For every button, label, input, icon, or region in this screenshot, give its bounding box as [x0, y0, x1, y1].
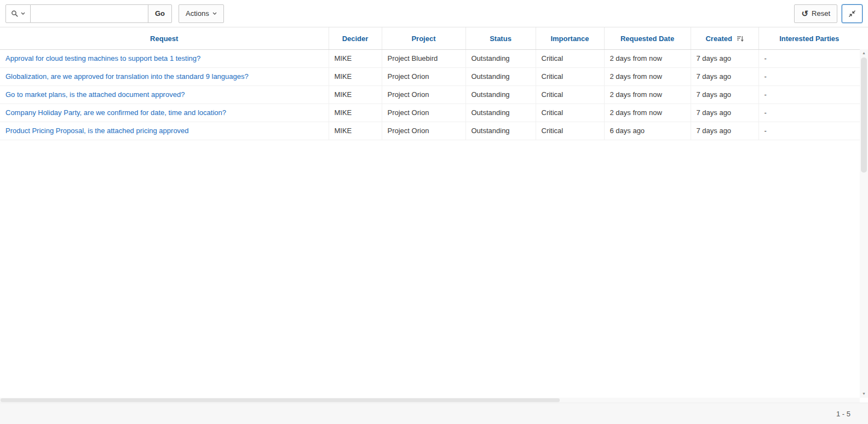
interested-parties-cell: - [764, 72, 767, 81]
request-link[interactable]: Go to market plans, is the attached docu… [5, 90, 185, 99]
interested-parties-cell: - [764, 127, 767, 135]
reset-label: Reset [812, 9, 830, 18]
decider-cell: MIKE [335, 72, 352, 81]
pagination-label: 1 - 5 [836, 410, 850, 418]
reset-button[interactable]: ↺ Reset [794, 4, 837, 23]
table-row: Globalization, are we approved for trans… [0, 67, 860, 85]
importance-cell: Critical [542, 127, 564, 135]
request-link[interactable]: Globalization, are we approved for trans… [5, 72, 249, 81]
chevron-down-icon [21, 12, 25, 15]
column-header-label: Importance [550, 35, 589, 43]
chevron-down-icon [212, 12, 217, 15]
horizontal-scrollbar-thumb[interactable] [1, 398, 560, 402]
column-header-interested-parties[interactable]: Interested Parties [758, 27, 860, 49]
requested-date-cell: 2 days from now [610, 54, 662, 62]
created-cell: 7 days ago [697, 127, 732, 135]
requested-date-cell: 2 days from now [610, 72, 662, 81]
column-header-label: Status [490, 35, 511, 43]
go-button[interactable]: Go [148, 4, 172, 23]
requested-date-cell: 6 days ago [610, 127, 645, 135]
decider-cell: MIKE [335, 108, 352, 117]
request-link[interactable]: Product Pricing Proposal, is the attache… [5, 127, 189, 135]
scroll-up-arrow-icon[interactable]: ▲ [860, 49, 868, 57]
column-header-label: Request [150, 35, 178, 43]
report-footer: 1 - 5 [0, 403, 868, 424]
toolbar-right-group: ↺ Reset [794, 4, 863, 23]
decider-cell: MIKE [335, 54, 352, 62]
project-cell: Project Orion [388, 72, 429, 81]
table-row: Approval for cloud testing machines to s… [0, 49, 860, 67]
importance-cell: Critical [542, 54, 564, 62]
created-cell: 7 days ago [697, 54, 732, 62]
requested-date-cell: 2 days from now [610, 108, 662, 117]
column-header-label: Interested Parties [779, 35, 839, 43]
status-cell: Outstanding [472, 72, 510, 81]
column-header-request[interactable]: Request [0, 27, 329, 49]
interested-parties-cell: - [764, 90, 767, 99]
importance-cell: Critical [542, 90, 564, 99]
report-table: Request Decider Project Status Importanc… [0, 27, 860, 140]
collapse-report-button[interactable] [842, 4, 863, 23]
created-cell: 7 days ago [697, 72, 732, 81]
column-header-label: Decider [342, 35, 369, 43]
vertical-scrollbar-thumb[interactable] [861, 58, 867, 173]
search-toolbar: Go Actions ↺ Reset [0, 0, 868, 27]
interactive-report-page: Go Actions ↺ Reset [0, 0, 868, 424]
status-cell: Outstanding [472, 127, 510, 135]
decider-cell: MIKE [335, 90, 352, 99]
project-cell: Project Orion [388, 90, 429, 99]
horizontal-scrollbar[interactable] [0, 398, 860, 403]
project-cell: Project Bluebird [388, 54, 438, 62]
reset-icon: ↺ [801, 9, 808, 18]
column-header-requested-date[interactable]: Requested Date [604, 27, 691, 49]
importance-cell: Critical [542, 108, 564, 117]
scroll-down-arrow-icon[interactable]: ▼ [860, 390, 868, 398]
importance-cell: Critical [542, 72, 564, 81]
interested-parties-cell: - [764, 54, 767, 62]
request-link[interactable]: Company Holiday Party, are we confirmed … [5, 108, 226, 117]
created-cell: 7 days ago [697, 90, 732, 99]
created-cell: 7 days ago [697, 108, 732, 117]
column-header-label: Created [705, 35, 732, 43]
project-cell: Project Orion [388, 108, 429, 117]
actions-button[interactable]: Actions [179, 4, 224, 23]
column-header-label: Requested Date [620, 35, 674, 43]
search-icon [11, 10, 19, 18]
status-cell: Outstanding [472, 54, 510, 62]
sort-descending-icon [737, 35, 744, 42]
column-header-created[interactable]: Created [691, 27, 758, 49]
search-input[interactable] [31, 4, 148, 23]
column-header-status[interactable]: Status [465, 27, 536, 49]
table-row: Company Holiday Party, are we confirmed … [0, 104, 860, 122]
search-options-button[interactable] [5, 4, 31, 23]
column-header-decider[interactable]: Decider [329, 27, 382, 49]
request-link[interactable]: Approval for cloud testing machines to s… [5, 54, 200, 62]
actions-label: Actions [186, 9, 209, 18]
interested-parties-cell: - [764, 108, 767, 117]
decider-cell: MIKE [335, 127, 352, 135]
column-header-importance[interactable]: Importance [536, 27, 604, 49]
vertical-scrollbar[interactable]: ▲ ▼ [860, 49, 868, 398]
project-cell: Project Orion [388, 127, 429, 135]
column-header-label: Project [411, 35, 435, 43]
table-row: Product Pricing Proposal, is the attache… [0, 122, 860, 140]
status-cell: Outstanding [472, 108, 510, 117]
table-row: Go to market plans, is the attached docu… [0, 85, 860, 104]
header-row: Request Decider Project Status Importanc… [0, 27, 860, 49]
column-header-project[interactable]: Project [382, 27, 465, 49]
report-grid: Request Decider Project Status Importanc… [0, 27, 860, 140]
status-cell: Outstanding [472, 90, 510, 99]
requested-date-cell: 2 days from now [610, 90, 662, 99]
collapse-icon [848, 10, 856, 18]
